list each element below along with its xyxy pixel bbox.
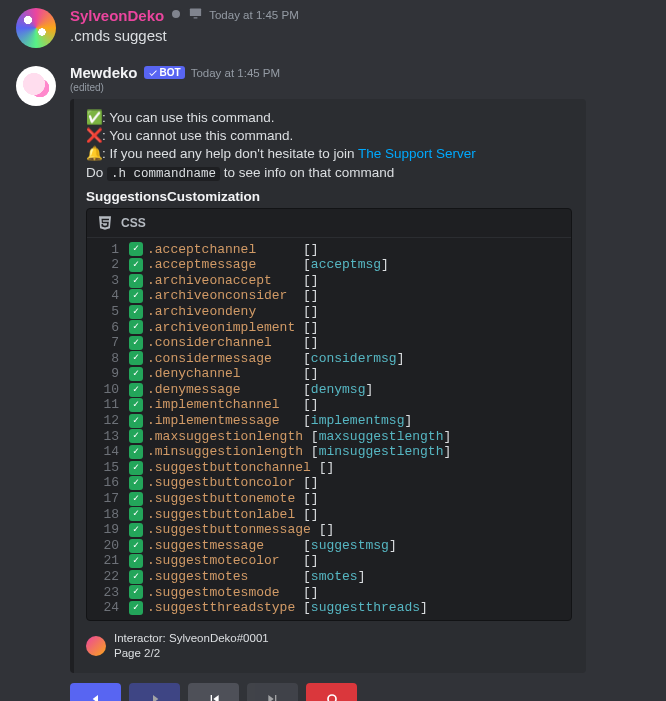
check-icon: ✓ xyxy=(129,507,143,521)
prev-page-button[interactable] xyxy=(70,683,121,701)
command-name: .archiveonimplement xyxy=(147,320,295,336)
bracket: [] xyxy=(303,320,319,336)
bracket: [considermsg] xyxy=(303,351,404,367)
last-page-button[interactable] xyxy=(247,683,298,701)
command-name: .acceptchannel xyxy=(147,242,256,258)
edited-label: (edited) xyxy=(70,82,650,93)
code-row: 18✓.suggestbuttonlabel [] xyxy=(87,507,571,523)
bracket: [denymsg] xyxy=(303,382,373,398)
bracket: [] xyxy=(303,491,319,507)
code-block: CSS 1✓.acceptchannel []2✓.acceptmessage … xyxy=(86,208,572,621)
code-row: 14✓.minsuggestionlength [minsuggestlengt… xyxy=(87,444,571,460)
timestamp: Today at 1:45 PM xyxy=(209,9,299,21)
status-badge-icon xyxy=(170,7,182,23)
bracket: [] xyxy=(303,304,319,320)
command-name: .archiveondeny xyxy=(147,304,256,320)
command-name: .implementmessage xyxy=(147,413,280,429)
bot-avatar[interactable] xyxy=(16,66,56,106)
command-name: .suggestmotes xyxy=(147,569,248,585)
code-lang-label: CSS xyxy=(121,216,146,230)
line-number: 16 xyxy=(97,475,119,491)
code-row: 6✓.archiveonimplement [] xyxy=(87,320,571,336)
code-row: 2✓.acceptmessage [acceptmsg] xyxy=(87,257,571,273)
code-row: 16✓.suggestbuttoncolor [] xyxy=(87,475,571,491)
line-number: 4 xyxy=(97,288,119,304)
check-icon: ✓ xyxy=(129,367,143,381)
command-name: .suggestbuttonlabel xyxy=(147,507,295,523)
footer-page: Page 2/2 xyxy=(114,646,269,661)
code-row: 12✓.implementmessage [implementmsg] xyxy=(87,413,571,429)
bracket: [] xyxy=(303,273,319,289)
command-name: .suggestmotesmode xyxy=(147,585,280,601)
code-row: 22✓.suggestmotes [smotes] xyxy=(87,569,571,585)
line-number: 2 xyxy=(97,257,119,273)
record-icon xyxy=(324,691,340,701)
code-row: 5✓.archiveondeny [] xyxy=(87,304,571,320)
user-avatar[interactable] xyxy=(16,8,56,48)
code-row: 7✓.considerchannel [] xyxy=(87,335,571,351)
command-alias: maxsuggestlength xyxy=(319,429,444,444)
line-number: 12 xyxy=(97,413,119,429)
line-number: 14 xyxy=(97,444,119,460)
line-number: 5 xyxy=(97,304,119,320)
code-row: 3✓.archiveonaccept [] xyxy=(87,273,571,289)
line-number: 19 xyxy=(97,522,119,538)
code-row: 10✓.denymessage [denymsg] xyxy=(87,382,571,398)
line-number: 17 xyxy=(97,491,119,507)
command-alias: implementmsg xyxy=(311,413,405,428)
command-name: .suggestbuttonmessage xyxy=(147,522,311,538)
bot-message: Mewdeko BOT Today at 1:45 PM (edited) ✅:… xyxy=(0,58,666,701)
line-number: 21 xyxy=(97,553,119,569)
command-name: .considermessage xyxy=(147,351,272,367)
command-name: .denychannel xyxy=(147,366,241,382)
check-icon: ✓ xyxy=(129,289,143,303)
command-alias: suggestthreads xyxy=(311,600,420,615)
check-icon: ✓ xyxy=(129,336,143,350)
check-icon: ✓ xyxy=(129,461,143,475)
code-row: 21✓.suggestmotecolor [] xyxy=(87,553,571,569)
command-alias: considermsg xyxy=(311,351,397,366)
command-alias: minsuggestlength xyxy=(319,444,444,459)
username[interactable]: Mewdeko xyxy=(70,64,138,81)
stop-button[interactable] xyxy=(306,683,357,701)
css-icon xyxy=(97,215,113,231)
check-icon: ✓ xyxy=(129,320,143,334)
play-button[interactable] xyxy=(129,683,180,701)
command-name: .suggestmotecolor xyxy=(147,553,280,569)
check-icon: ✓ xyxy=(129,274,143,288)
line-number: 20 xyxy=(97,538,119,554)
command-alias: denymsg xyxy=(311,382,366,397)
line-number: 18 xyxy=(97,507,119,523)
code-row: 11✓.implementchannel [] xyxy=(87,397,571,413)
skip-back-icon xyxy=(206,691,222,701)
svg-point-2 xyxy=(328,695,336,701)
command-name: .archiveonconsider xyxy=(147,288,287,304)
footer-interactor: Interactor: SylveonDeko#0001 xyxy=(114,631,269,646)
username[interactable]: SylveonDeko xyxy=(70,7,164,24)
check-icon: ✓ xyxy=(129,585,143,599)
check-icon: ✓ xyxy=(129,445,143,459)
check-icon: ✓ xyxy=(129,492,143,506)
bracket: [smotes] xyxy=(303,569,365,585)
code-row: 17✓.suggestbuttonemote [] xyxy=(87,491,571,507)
check-icon: ✓ xyxy=(129,539,143,553)
check-emoji: ✅ xyxy=(86,109,102,127)
bracket: [] xyxy=(319,522,335,538)
line-number: 10 xyxy=(97,382,119,398)
bell-emoji: 🔔 xyxy=(86,145,102,163)
command-name: .suggestbuttonemote xyxy=(147,491,295,507)
verified-check-icon xyxy=(148,68,158,78)
command-alias: acceptmsg xyxy=(311,257,381,272)
check-icon: ✓ xyxy=(129,523,143,537)
line-number: 7 xyxy=(97,335,119,351)
support-server-link[interactable]: The Support Server xyxy=(358,146,476,161)
bracket: [] xyxy=(303,397,319,413)
check-icon: ✓ xyxy=(129,414,143,428)
bracket: [] xyxy=(303,585,319,601)
check-icon: ✓ xyxy=(129,476,143,490)
code-row: 13✓.maxsuggestionlength [maxsuggestlengt… xyxy=(87,429,571,445)
line-number: 22 xyxy=(97,569,119,585)
footer-avatar-icon xyxy=(86,636,106,656)
first-page-button[interactable] xyxy=(188,683,239,701)
check-icon: ✓ xyxy=(129,383,143,397)
